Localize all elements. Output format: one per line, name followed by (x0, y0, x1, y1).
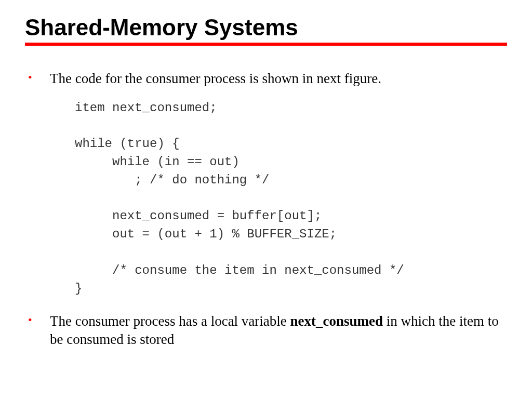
code-block: item next_consumed; while (true) { while… (75, 99, 507, 298)
slide: Shared-Memory Systems • The code for the… (0, 0, 532, 399)
bullet-dot-icon: • (25, 70, 50, 85)
bullet-text: The consumer process has a local variabl… (50, 312, 507, 348)
slide-title: Shared-Memory Systems (25, 15, 507, 41)
bullet-item: • The code for the consumer process is s… (25, 70, 507, 88)
bullet-text-bold: next_consumed (290, 313, 383, 329)
bullet-text: The code for the consumer process is sho… (50, 70, 507, 88)
bullet-text-pre: The consumer process has a local variabl… (50, 313, 290, 329)
title-underline (25, 43, 507, 46)
bullet-item: • The consumer process has a local varia… (25, 312, 507, 348)
bullet-dot-icon: • (25, 312, 50, 328)
slide-body: • The code for the consumer process is s… (25, 70, 507, 348)
